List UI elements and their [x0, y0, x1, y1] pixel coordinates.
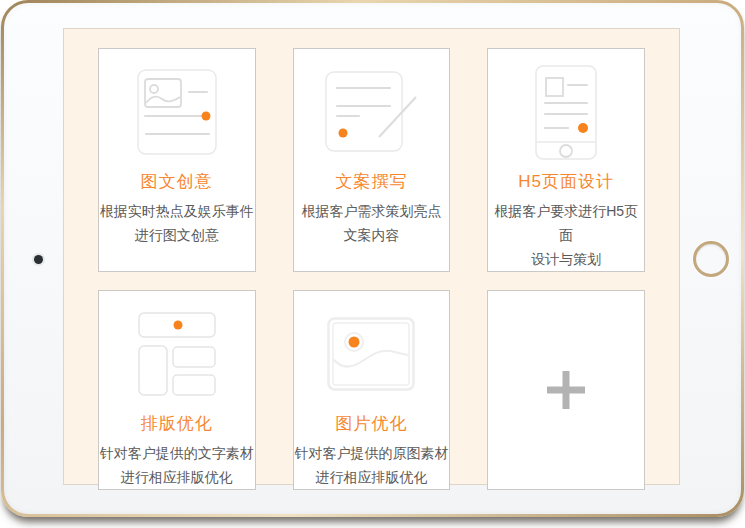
card-title: 图片优化	[335, 412, 407, 435]
card-description: 针对客户提供的原图素材 进行相应排版优化	[294, 441, 448, 489]
card-description: 根据实时热点及娱乐事件 进行图文创意	[100, 199, 254, 247]
card-title: 排版优化	[141, 412, 213, 435]
card-desc-line2: 文案内容	[301, 223, 441, 247]
service-card-layout: 排版优化 针对客户提供的文字素材 进行相应排版优化	[98, 290, 256, 490]
card-description: 根据客户需求策划亮点 文案内容	[301, 199, 441, 247]
page: 图文创意 根据实时热点及娱乐事件 进行图文创意	[0, 0, 745, 528]
card-desc-line2: 进行图文创意	[100, 223, 254, 247]
tablet-frame: 图文创意 根据实时热点及娱乐事件 进行图文创意	[1, 0, 744, 517]
screen: 图文创意 根据实时热点及娱乐事件 进行图文创意	[63, 28, 680, 485]
service-card-h5-design: H5页面设计 根据客户要求进行H5页面 设计与策划	[487, 48, 645, 272]
service-card-copywriting: 文案撰写 根据客户需求策划亮点 文案内容	[293, 48, 451, 272]
card-desc-line1: 针对客户提供的原图素材	[294, 441, 448, 465]
card-desc-line2: 进行相应排版优化	[100, 465, 254, 489]
phone-h5-icon	[535, 61, 597, 163]
card-title: 图文创意	[141, 170, 213, 193]
tablet-bezel: 图文创意 根据实时热点及娱乐事件 进行图文创意	[4, 3, 741, 514]
service-card-image-text: 图文创意 根据实时热点及娱乐事件 进行图文创意	[98, 48, 256, 272]
card-description: 根据客户要求进行H5页面 设计与策划	[488, 199, 644, 271]
card-desc-line1: 针对客户提供的文字素材	[100, 441, 254, 465]
camera-icon	[34, 255, 43, 264]
service-card-picture: 图片优化 针对客户提供的原图素材 进行相应排版优化	[293, 290, 451, 490]
card-desc-line1: 根据客户要求进行H5页面	[488, 199, 644, 247]
card-desc-line2: 设计与策划	[488, 247, 644, 271]
add-card[interactable]	[487, 290, 645, 490]
card-title: 文案撰写	[335, 170, 407, 193]
plus-icon	[547, 371, 585, 409]
picture-frame-icon	[327, 303, 415, 405]
card-title: H5页面设计	[518, 170, 614, 193]
layout-blocks-icon	[138, 303, 216, 405]
card-desc-line1: 根据客户需求策划亮点	[301, 199, 441, 223]
document-pen-icon	[325, 61, 417, 163]
card-description: 针对客户提供的文字素材 进行相应排版优化	[100, 441, 254, 489]
image-text-icon	[137, 61, 217, 163]
home-button[interactable]	[693, 241, 729, 277]
card-desc-line2: 进行相应排版优化	[294, 465, 448, 489]
card-desc-line1: 根据实时热点及娱乐事件	[100, 199, 254, 223]
